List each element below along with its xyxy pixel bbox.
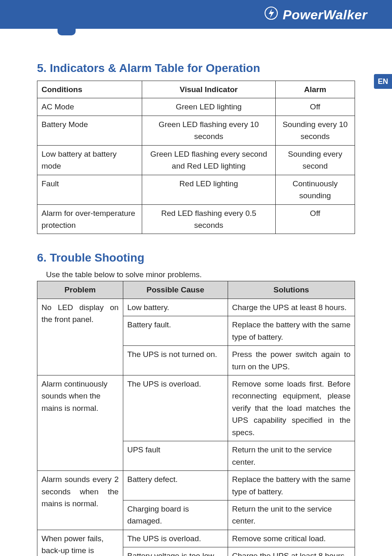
cell-problem: Alarm continuously sounds when the mains… — [37, 375, 123, 471]
page: PowerWalker EN 5. Indicators & Alarm Tab… — [0, 0, 392, 556]
table-row: Fault Red LED lighting Continuously soun… — [37, 175, 355, 204]
cell-solution: Remove some loads first. Before reconnec… — [228, 375, 355, 441]
table-row: When power fails, back-up time is shorte… — [37, 530, 355, 547]
section5-title: 5. Indicators & Alarm Table for Operatio… — [37, 62, 355, 75]
col-solution: Solutions — [228, 281, 355, 299]
cell-condition: Battery Mode — [37, 116, 142, 145]
brand-text: PowerWalker — [283, 7, 367, 23]
cell-cause: Battery defect. — [123, 471, 228, 500]
indicators-table: Conditions Visual Indicator Alarm AC Mod… — [37, 81, 355, 234]
table-row: Alarm sounds every 2 seconds when the ma… — [37, 471, 355, 500]
cell-visual: Green LED flashing every 10 seconds — [142, 116, 276, 145]
cell-solution: Return the unit to the service center. — [228, 441, 355, 471]
cell-solution: Replace the battery with the same type o… — [228, 316, 355, 346]
cell-cause: The UPS is overload. — [123, 375, 228, 441]
col-conditions: Conditions — [37, 81, 142, 98]
cell-cause: Charging board is damaged. — [123, 500, 228, 530]
table-row: Low battery at battery mode Green LED fl… — [37, 145, 355, 175]
section6-title: 6. Trouble Shooting — [37, 251, 355, 264]
cell-visual: Red LED lighting — [142, 175, 276, 204]
cell-solution: Charge the UPS at least 8 hours. — [228, 299, 355, 316]
cell-cause: UPS fault — [123, 441, 228, 471]
cell-alarm: Sounding every second — [275, 145, 355, 175]
cell-solution: Remove some critical load. — [228, 530, 355, 547]
table-row: AC Mode Green LED lighting Off — [37, 98, 355, 116]
cell-alarm: Off — [275, 204, 355, 234]
brand-icon — [264, 6, 279, 24]
table-row: No LED display on the front panel. Low b… — [37, 299, 355, 316]
section6-intro: Use the table below to solve minor probl… — [46, 270, 355, 279]
section6: 6. Trouble Shooting Use the table below … — [37, 251, 355, 556]
header-bar: PowerWalker — [0, 0, 392, 35]
cell-problem: Alarm sounds every 2 seconds when the ma… — [37, 471, 123, 530]
col-problem: Problem — [37, 281, 123, 299]
cell-problem: No LED display on the front panel. — [37, 299, 123, 375]
language-badge: EN — [374, 74, 392, 89]
content: 5. Indicators & Alarm Table for Operatio… — [37, 0, 355, 556]
troubleshooting-table: Problem Possible Cause Solutions No LED … — [37, 281, 355, 556]
cell-solution: Return the unit to the service center. — [228, 500, 355, 530]
cell-visual: Red LED flashing every 0.5 seconds — [142, 204, 276, 234]
table-row: Alarm continuously sounds when the mains… — [37, 375, 355, 441]
cell-cause: Battery voltage is too low. — [123, 547, 228, 556]
cell-condition: Low battery at battery mode — [37, 145, 142, 175]
cell-problem: When power fails, back-up time is shorte… — [37, 530, 123, 556]
cell-visual: Green LED flashing every second and Red … — [142, 145, 276, 175]
table-row: Battery Mode Green LED flashing every 10… — [37, 116, 355, 145]
cell-solution: Charge the UPS at least 8 hours. — [228, 547, 355, 556]
cell-cause: Low battery. — [123, 299, 228, 316]
cell-alarm: Continuously sounding — [275, 175, 355, 204]
cell-alarm: Sounding every 10 seconds — [275, 116, 355, 145]
cell-cause: Battery fault. — [123, 316, 228, 346]
cell-solution: Press the power switch again to turn on … — [228, 346, 355, 375]
table-header-row: Problem Possible Cause Solutions — [37, 281, 355, 299]
cell-visual: Green LED lighting — [142, 98, 276, 116]
brand-logo: PowerWalker — [264, 6, 367, 24]
cell-cause: The UPS is not turned on. — [123, 346, 228, 375]
col-alarm: Alarm — [275, 81, 355, 98]
table-row: Alarm for over-temperature protection Re… — [37, 204, 355, 234]
table-header-row: Conditions Visual Indicator Alarm — [37, 81, 355, 98]
cell-cause: The UPS is overload. — [123, 530, 228, 547]
cell-condition: Alarm for over-temperature protection — [37, 204, 142, 234]
cell-condition: Fault — [37, 175, 142, 204]
header-tab-stub — [58, 0, 76, 35]
col-cause: Possible Cause — [123, 281, 228, 299]
cell-alarm: Off — [275, 98, 355, 116]
col-visual: Visual Indicator — [142, 81, 276, 98]
cell-solution: Replace the battery with the same type o… — [228, 471, 355, 500]
cell-condition: AC Mode — [37, 98, 142, 116]
